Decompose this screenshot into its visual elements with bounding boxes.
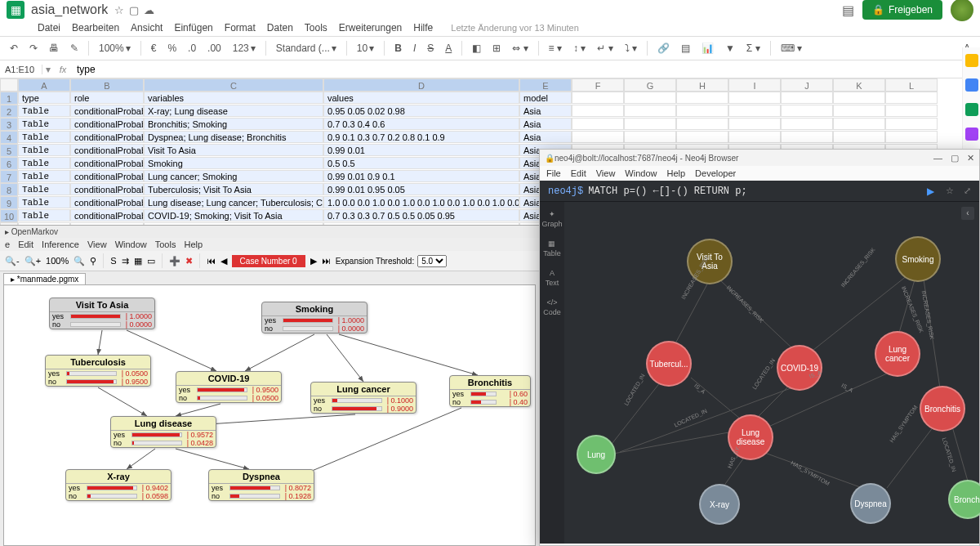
cell[interactable]: Table (18, 105, 70, 117)
sheets-logo-icon[interactable]: ▦ (7, 1, 24, 19)
cell[interactable] (781, 92, 833, 104)
om-menu-edit[interactable]: Edit (18, 239, 33, 249)
cell[interactable]: conditionalProbability (70, 105, 144, 117)
add-case-icon[interactable]: ➕ (169, 256, 180, 266)
next-case-icon[interactable]: ▶ (310, 256, 317, 266)
cell[interactable]: Lung disease; Lung cancer; Tuberculosis;… (144, 196, 323, 208)
textcolor-icon[interactable]: A (442, 41, 455, 56)
bn-node-bron[interactable]: Bronchitis yes| 0.60 no| 0.40 (449, 375, 531, 407)
om-tool-table-icon[interactable]: ▦ (134, 256, 142, 266)
zoom-fit-icon[interactable]: 🔍 (74, 256, 85, 266)
om-canvas[interactable]: Visit To Asia yes| 1.0000 no| 0.0000 Smo… (3, 284, 536, 546)
col-D[interactable]: D (323, 78, 519, 92)
comments-icon[interactable]: ▤ (842, 2, 854, 18)
italic-icon[interactable]: I (410, 41, 419, 56)
cell[interactable]: Visit To Asia (144, 144, 323, 156)
col-K[interactable]: K (833, 78, 885, 92)
chart-icon[interactable]: 📊 (698, 41, 717, 56)
cell[interactable]: 0.99 0.01 0.9 0.1 (323, 170, 519, 182)
col-B[interactable]: B (70, 78, 144, 92)
graph-node-smoke[interactable]: Smoking (895, 236, 941, 282)
cell[interactable]: role (70, 92, 144, 104)
bn-node-dysp[interactable]: Dyspnea yes| 0.8072 no| 0.1928 (208, 469, 314, 501)
link-icon[interactable]: 🔗 (654, 41, 673, 56)
cell[interactable]: 0.7 0.3 0.3 0.7 0.5 0.5 0.05 0.95 (323, 209, 519, 222)
menu-format[interactable]: Format (225, 22, 256, 34)
cloud-icon[interactable]: ☁ (144, 4, 154, 16)
cell[interactable] (676, 131, 728, 143)
rotate-icon[interactable]: ⤵ ▾ (621, 41, 640, 56)
graph-node-lcancer[interactable]: Lung cancer (875, 331, 920, 377)
dec0-icon[interactable]: .0 (185, 41, 199, 56)
col-G[interactable]: G (624, 78, 676, 92)
cell[interactable]: 0.5 0.5 (323, 157, 519, 169)
remove-case-icon[interactable]: ✖ (185, 256, 193, 266)
col-I[interactable]: I (728, 78, 781, 92)
close-icon[interactable]: ✕ (967, 153, 974, 163)
zoom-select[interactable]: 100% ▾ (96, 41, 134, 56)
om-menu-window[interactable]: Window (115, 239, 147, 249)
menu-tools[interactable]: Tools (305, 22, 327, 34)
cell[interactable] (572, 118, 624, 130)
col-L[interactable]: L (885, 78, 938, 92)
bn-node-smoke[interactable]: Smoking yes| 1.0000 no| 0.0000 (261, 302, 368, 333)
menu-edit[interactable]: Bearbeiten (72, 22, 119, 34)
cell[interactable] (572, 92, 624, 104)
cell[interactable] (781, 105, 833, 117)
contacts-icon[interactable] (965, 128, 978, 141)
cell[interactable]: X-ray; Lung disease (144, 105, 323, 117)
cell[interactable]: Asia (519, 118, 572, 130)
wrap-icon[interactable]: ↵ ▾ (594, 41, 616, 56)
row-num[interactable]: 2 (0, 105, 18, 118)
col-C[interactable]: C (144, 78, 323, 92)
bold-icon[interactable]: B (391, 41, 405, 56)
bn-node-xray[interactable]: X-ray yes| 0.9402 no| 0.0598 (65, 469, 172, 501)
col-A[interactable]: A (18, 78, 70, 92)
row-num[interactable]: 9 (0, 196, 18, 209)
om-menu-view[interactable]: View (87, 239, 107, 249)
graph-node-bron[interactable]: Bronchitis (920, 386, 965, 432)
cell[interactable] (781, 131, 833, 143)
currency-icon[interactable]: € (148, 41, 160, 56)
cell[interactable]: 0.99 0.01 0.95 0.05 (323, 183, 519, 195)
zoom-out-icon[interactable]: 🔍- (5, 256, 20, 266)
graph-node-tuberc[interactable]: Tubercul... (646, 341, 692, 387)
menu-insert[interactable]: Einfügen (174, 22, 212, 34)
row-num[interactable]: 4 (0, 131, 18, 144)
cell[interactable]: Tuberculosis; Visit To Asia (144, 183, 323, 195)
cell[interactable] (728, 118, 781, 130)
cell[interactable] (572, 131, 624, 143)
cell[interactable]: Table (18, 118, 70, 130)
halign-icon[interactable]: ≡ ▾ (546, 41, 565, 56)
side-text[interactable]: AText (546, 269, 559, 287)
menu-file[interactable]: Datei (38, 22, 60, 34)
cell[interactable] (624, 118, 676, 130)
om-tool-tree-icon[interactable]: ⇉ (122, 256, 129, 266)
row-num[interactable]: 1 (0, 92, 18, 105)
cell[interactable]: COVID-19; Smoking; Visit To Asia (144, 209, 323, 222)
side-graph[interactable]: ✦Graph (541, 210, 562, 228)
om-tool-mag[interactable]: ⚲ (90, 256, 96, 266)
row-num[interactable]: 5 (0, 144, 18, 157)
first-case-icon[interactable]: ⏮ (207, 256, 216, 266)
star-icon[interactable]: ☆ (114, 4, 124, 16)
om-tab[interactable]: ▸ *manmade.pgmx (3, 273, 86, 284)
formula-input[interactable] (72, 64, 980, 75)
tasks-icon[interactable] (965, 103, 978, 116)
cell-reference[interactable]: A1:E10 (0, 65, 42, 74)
font-select[interactable]: Standard (... ▾ (273, 41, 340, 56)
redo-icon[interactable]: ↷ (26, 41, 41, 56)
cell[interactable] (624, 131, 676, 143)
col-H[interactable]: H (676, 78, 728, 92)
om-tool-box-icon[interactable]: ▭ (147, 256, 155, 266)
cell[interactable]: Table (18, 196, 70, 208)
cell[interactable]: conditionalProbability (70, 183, 144, 195)
cell[interactable] (676, 92, 728, 104)
cell[interactable]: conditionalProbability (70, 209, 144, 222)
neo-menu-dev[interactable]: Developer (695, 168, 736, 178)
row-num[interactable]: 3 (0, 118, 18, 131)
neo-menu-help[interactable]: Help (666, 168, 685, 178)
bn-node-lung[interactable]: Lung cancer yes| 0.1000 no| 0.9000 (310, 382, 416, 414)
maximize-icon[interactable]: ▢ (951, 153, 959, 163)
row-num[interactable]: 8 (0, 183, 18, 196)
